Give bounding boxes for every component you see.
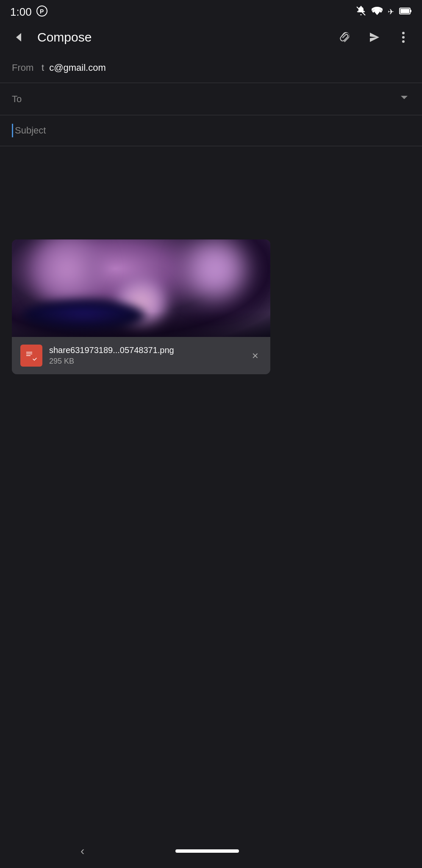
from-row: From t c@gmail.com bbox=[0, 53, 422, 83]
attachment-file-icon bbox=[20, 345, 42, 367]
send-button[interactable] bbox=[364, 27, 385, 47]
svg-rect-4 bbox=[400, 9, 409, 13]
to-row[interactable]: To bbox=[0, 83, 422, 115]
attachment-info: share631973189...05748371.png 295 KB × bbox=[12, 337, 270, 374]
svg-point-8 bbox=[402, 40, 405, 43]
svg-rect-5 bbox=[410, 10, 411, 12]
account-initial: t bbox=[42, 62, 44, 73]
page-title: Compose bbox=[37, 30, 327, 45]
chevron-down-icon[interactable] bbox=[398, 92, 410, 106]
attachment-details: share631973189...05748371.png 295 KB bbox=[49, 345, 242, 366]
to-input[interactable] bbox=[42, 94, 398, 105]
status-left: 1:00 P bbox=[10, 5, 48, 19]
back-button[interactable] bbox=[8, 27, 29, 47]
status-bar: 1:00 P ✈ bbox=[0, 0, 422, 22]
svg-point-6 bbox=[402, 32, 405, 34]
cursor bbox=[12, 124, 13, 137]
attachment-close-button[interactable]: × bbox=[249, 346, 262, 366]
attachment-filesize: 295 KB bbox=[49, 357, 242, 366]
mute-icon bbox=[355, 6, 366, 19]
nav-back-button[interactable]: ‹ bbox=[76, 840, 89, 862]
nav-home-pill[interactable] bbox=[175, 849, 239, 853]
battery-icon bbox=[399, 7, 412, 17]
status-time: 1:00 bbox=[10, 6, 32, 19]
compose-body[interactable] bbox=[0, 146, 422, 231]
subject-row[interactable]: Subject bbox=[0, 115, 422, 146]
airplane-icon: ✈ bbox=[388, 7, 394, 17]
compose-form: From t c@gmail.com To Subject bbox=[0, 53, 422, 374]
svg-point-10 bbox=[32, 356, 38, 362]
from-value: t c@gmail.com bbox=[42, 62, 410, 73]
subject-placeholder: Subject bbox=[15, 125, 46, 136]
attachment-image-preview bbox=[12, 239, 270, 337]
attachment-container: share631973189...05748371.png 295 KB × bbox=[12, 239, 270, 374]
notification-icon: P bbox=[36, 5, 48, 19]
status-right: ✈ bbox=[355, 6, 412, 19]
from-label: From bbox=[12, 62, 42, 73]
attach-button[interactable] bbox=[336, 27, 356, 47]
wifi-icon bbox=[372, 7, 383, 17]
bottom-nav: ‹ bbox=[0, 834, 422, 868]
account-email: c@gmail.com bbox=[49, 62, 106, 73]
attachment-filename: share631973189...05748371.png bbox=[49, 345, 242, 355]
more-button[interactable] bbox=[393, 27, 414, 47]
svg-text:P: P bbox=[40, 8, 44, 15]
to-label: To bbox=[12, 94, 42, 105]
svg-point-7 bbox=[402, 36, 405, 39]
app-bar: Compose bbox=[0, 22, 422, 53]
